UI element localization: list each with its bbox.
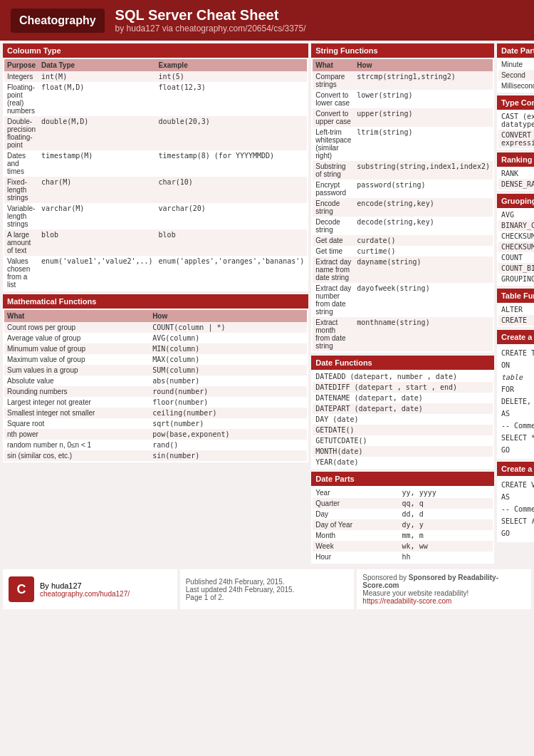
math-functions-header: Mathematical Functions [3,294,308,309]
table-row: Variable-length stringsvarchar(M)varchar… [4,203,307,229]
view-line-2: AS [501,491,534,503]
coloumn-type-table: Purpose Data Type Example Integersint(M)… [4,59,307,290]
date-parts-cont-body: Minutemi, n Secondss, s Millisecondms [497,58,534,93]
table-row: Extract month from date stringmonthname(… [313,317,493,351]
table-row: COUNTSTDEVP [498,252,534,263]
trigger-line-6: AS [501,408,534,420]
view-line-4: SELECT FROM table* [501,515,534,527]
date-parts-cont-table: Minutemi, n Secondss, s Millisecondms [498,59,534,91]
table-row: GROUPINGVARP [498,274,534,284]
table-row: Daydd, d [313,509,493,519]
footer-meta-text: Published 24th February, 2015. Last upda… [186,578,295,601]
coloumn-type-section: Coloumn Type Purpose Data Type Example I… [3,43,308,291]
table-row: CREATETRUNCATE [498,315,534,326]
date-parts-section: Date Parts Yearyy, yyyy Quarterqq, q Day… [311,472,494,564]
table-row: DATEADD (datepart, number , date) [313,371,493,382]
table-row: Maximum value of groupMAX(column) [4,354,307,365]
string-functions-table: What How Compare stringsstrcmp(string1,s… [313,59,493,351]
type-conversion-table: CAST (expressions AS datatype) CONVERT (… [498,111,534,148]
column-3: Date Parts (cont) Minutemi, n Secondss, … [497,43,534,564]
table-row: AVGMAX [498,209,534,220]
table-row: Rounding numbersround(number) [4,386,307,397]
create-trigger-body: CREATE TRIGGER name ON table FOR DELETE,… [497,344,534,459]
table-row: Convert to upper caseupper(string) [313,108,493,127]
grouping-functions-body: AVGMAX BINARY_CHECKSUMMIN CHECKSUMSUM CH… [497,208,534,286]
table-row: DAY (date) [313,414,493,425]
string-functions-body: What How Compare stringsstrcmp(string1,s… [311,58,494,353]
table-row: Substring of stringsubstring(string,inde… [313,161,493,180]
table-row: Monthmm, m [313,530,493,541]
sponsor-link[interactable]: https://readability-score.com [362,597,525,605]
table-row: Weekwk, ww [313,541,493,552]
trigger-line-1: CREATE TRIGGER name [501,347,534,359]
table-row: DATENAME (datepart, date) [313,393,493,403]
col-example: Example [156,59,308,71]
trigger-line-5: DELETE, INSERT, UPDATE [501,395,534,408]
published-date: Published 24th February, 2015. [186,578,295,586]
date-parts-cont-section: Date Parts (cont) Minutemi, n Secondss, … [497,43,534,93]
column-1: Coloumn Type Purpose Data Type Example I… [3,43,308,564]
author-site[interactable]: cheatography.com/huda127/ [40,590,130,598]
table-row: Quarterqq, q [313,498,493,509]
ranking-functions-header: Ranking Functions [497,152,534,167]
table-row: Values chosen from a listenum('value1','… [4,256,307,290]
table-row: DATEPART (datepart, date) [313,403,493,414]
ranking-functions-body: RANKNTILE DENSE_RANKROW_NUMBER [497,167,534,191]
ranking-functions-table: RANKNTILE DENSE_RANKROW_NUMBER [498,168,534,190]
table-functions-body: ALTERDROP CREATETRUNCATE [497,303,534,327]
table-row: Largest integer not greaterfloor(number) [4,397,307,408]
trigger-line-2: ON [501,359,534,371]
table-row: CHECKSUMSUM [498,231,534,242]
table-row: Yearyy, yyyy [313,487,493,498]
table-row: BINARY_CHECKSUMMIN [498,220,534,231]
view-line-3: -- Comments [501,503,534,515]
footer-logo: C [9,576,34,602]
table-row: Decode stringdecode(string,key) [313,217,493,235]
header: Cheatography SQL Server Cheat Sheet by h… [0,0,534,41]
page-number: Page 1 of 2. [186,594,295,601]
table-row: Floating-point (real) numbersfloat(M,D)f… [4,82,307,116]
grouping-functions-table: AVGMAX BINARY_CHECKSUMMIN CHECKSUMSUM CH… [498,209,534,284]
table-row: Hourhh [313,552,493,562]
table-row: Extract day name from date stringdayname… [313,257,493,283]
grouping-functions-section: Gruoping Functions AVGMAX BINARY_CHECKSU… [497,194,534,286]
trigger-line-8: SELECT * FROM table [501,432,534,444]
column-2: String Functions What How Compare string… [311,43,494,564]
table-row: Average value of groupAVG(column) [4,333,307,343]
table-row: RANKNTILE [498,168,534,179]
string-functions-header: String Functions [311,43,494,58]
main-content: Coloumn Type Purpose Data Type Example I… [0,41,534,566]
table-header-row: Purpose Data Type Example [4,59,307,71]
trigger-line-3: table [501,371,534,383]
col-what: What [313,59,354,71]
math-functions-table: What How Count rows per groupCOUNT(colum… [4,310,307,461]
math-functions-section: Mathematical Functions What How Count ro… [3,294,308,462]
table-row: Left-trim whitespace (similar right)ltri… [313,127,493,161]
table-row: Fixed-length stringschar(M)char(10) [4,177,307,203]
footer-author: C By huda127 cheatography.com/huda127/ [3,569,177,609]
view-line-1: CREATE VIEW name [501,479,534,491]
table-row: Encrypt passwordpassword(string) [313,180,493,198]
date-functions-header: Date Functions [311,356,494,370]
table-header-row: What How [313,59,493,71]
updated-date: Last updated 24th February, 2015. [186,586,295,594]
table-row: Millisecondms [498,81,534,91]
table-row: Smallest integer not smallerceiling(numb… [4,408,307,418]
col-what: What [4,310,150,322]
page-title: SQL Server Cheat Sheet [115,7,306,24]
table-row: COUNT_BIGVAR [498,263,534,274]
create-view-header: Create a View [497,462,534,476]
create-view-section: Create a View CREATE VIEW name AS -- Com… [497,462,534,542]
table-header-row: What How [4,310,307,322]
table-row: Extract day number from date stringdayof… [313,283,493,317]
table-row: Get datecurdate() [313,235,493,246]
table-row: Double-precision floating-pointdouble(M,… [4,116,307,150]
create-view-body: CREATE VIEW name AS -- Comments SELECT F… [497,476,534,542]
table-row: Minumum value of groupMIN(column) [4,343,307,354]
sponsor-text: Sponsored by Sponsored by Readability-Sc… [362,574,525,605]
table-row: Dates and timestimestamp(M)timestamp(8) … [4,150,307,177]
table-row: Convert to lower caselower(string) [313,90,493,108]
table-row: GETDATE() [313,425,493,435]
trigger-line-4: FOR [501,383,534,395]
table-row: DATEDIFF (datepart , start , end) [313,382,493,393]
